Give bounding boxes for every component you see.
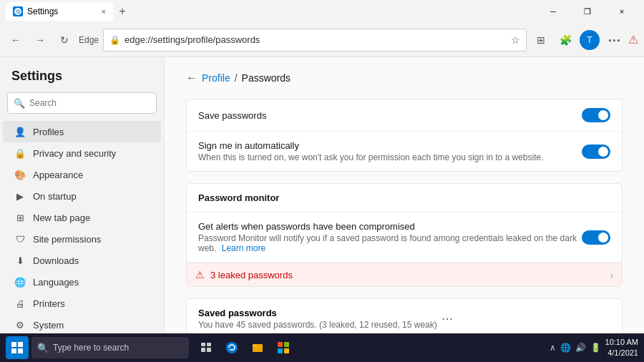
start-button[interactable] bbox=[6, 336, 29, 359]
sidebar-item-new-tab-page[interactable]: ⊞New tab page bbox=[3, 207, 161, 228]
sidebar-item-label: Site permissions bbox=[33, 234, 101, 245]
svg-rect-13 bbox=[278, 342, 283, 347]
content-area: ← Profile / Passwords Save passwords Sig… bbox=[165, 57, 644, 362]
new-tab-button[interactable]: + bbox=[113, 2, 132, 21]
sidebar-item-appearance[interactable]: 🎨Appearance bbox=[3, 164, 161, 185]
warning-icon: ⚠ bbox=[195, 269, 205, 280]
signin-auto-desc: When this is turned on, we won't ask you… bbox=[198, 152, 582, 162]
sidebar-item-privacy-and-security[interactable]: 🔒Privacy and security bbox=[3, 142, 161, 164]
system-clock[interactable]: 10:10 AM 4/1/2021 bbox=[605, 337, 638, 359]
main-layout: Settings 🔍 👤Profiles🔒Privacy and securit… bbox=[0, 57, 644, 362]
svg-point-10 bbox=[226, 342, 238, 353]
breadcrumb: ← Profile / Passwords bbox=[186, 72, 623, 84]
address-text: edge://settings/profile/passwords bbox=[125, 34, 507, 45]
svg-rect-15 bbox=[278, 348, 283, 353]
sidebar-item-label: Profiles bbox=[33, 127, 64, 137]
sidebar-item-label: Appearance bbox=[33, 170, 83, 180]
svg-rect-14 bbox=[284, 342, 289, 347]
breadcrumb-current: Passwords bbox=[242, 72, 291, 84]
breadcrumb-link[interactable]: Profile bbox=[202, 72, 230, 84]
collections-button[interactable]: ⊞ bbox=[531, 30, 551, 50]
tray-network-icon[interactable]: 🌐 bbox=[560, 343, 571, 353]
refresh-button[interactable]: ↻ bbox=[54, 30, 74, 50]
save-passwords-section: Save passwords Sign me in automatically … bbox=[186, 99, 623, 172]
sidebar: Settings 🔍 👤Profiles🔒Privacy and securit… bbox=[0, 57, 165, 362]
taskbar-search-icon: 🔍 bbox=[37, 343, 49, 353]
monitor-alert-label: Get alerts when passwords have been comp… bbox=[198, 221, 582, 232]
tray-sound-icon[interactable]: 🔊 bbox=[575, 343, 586, 353]
learn-more-link[interactable]: Learn more bbox=[222, 243, 265, 253]
breadcrumb-separator: / bbox=[235, 72, 238, 84]
sidebar-item-languages[interactable]: 🌐Languages bbox=[3, 271, 161, 293]
svg-rect-4 bbox=[11, 348, 16, 353]
saved-passwords-title-group: Saved passwords You have 45 saved passwo… bbox=[198, 308, 437, 330]
tab-title: Settings bbox=[27, 6, 58, 16]
tray-battery-icon[interactable]: 🔋 bbox=[590, 343, 601, 353]
close-button[interactable]: × bbox=[605, 0, 638, 23]
taskbar-search-box[interactable]: 🔍 Type here to search bbox=[31, 337, 189, 358]
address-bar[interactable]: 🔒 edge://settings/profile/passwords ☆ bbox=[103, 29, 527, 52]
tray-up-icon[interactable]: ∧ bbox=[550, 343, 556, 353]
search-input[interactable] bbox=[29, 98, 150, 108]
sidebar-search-box[interactable]: 🔍 bbox=[7, 92, 157, 114]
svg-text:⚙: ⚙ bbox=[16, 9, 21, 15]
minimize-button[interactable]: ─ bbox=[537, 0, 570, 23]
sidebar-item-label: New tab page bbox=[33, 212, 90, 223]
svg-rect-16 bbox=[284, 348, 289, 353]
edge-taskbar-button[interactable] bbox=[220, 336, 243, 359]
svg-rect-9 bbox=[207, 348, 211, 352]
fav-icon[interactable]: ☆ bbox=[511, 34, 520, 46]
address-icons: ☆ bbox=[511, 34, 520, 46]
svg-rect-12 bbox=[253, 345, 257, 346]
sidebar-item-label: Privacy and security bbox=[33, 148, 116, 159]
extensions-button[interactable]: 🧩 bbox=[555, 30, 575, 50]
sidebar-icon: ⬇ bbox=[14, 255, 26, 266]
tab-settings[interactable]: ⚙ Settings × bbox=[6, 2, 113, 21]
sidebar-item-profiles[interactable]: 👤Profiles bbox=[3, 121, 161, 142]
profile-initial: T bbox=[587, 35, 592, 45]
settings-more-button[interactable]: ⋯ bbox=[604, 30, 624, 50]
tab-bar: ⚙ Settings × + bbox=[6, 0, 132, 23]
saved-passwords-more-button[interactable]: ⋯ bbox=[437, 310, 457, 327]
sidebar-item-label: Downloads bbox=[33, 255, 79, 266]
saved-passwords-subtitle: You have 45 saved passwords. (3 leaked, … bbox=[198, 320, 437, 330]
monitor-toggle[interactable] bbox=[582, 230, 610, 245]
explorer-taskbar-button[interactable] bbox=[246, 336, 269, 359]
alert-chevron-icon: › bbox=[610, 270, 613, 280]
system-tray: ∧ 🌐 🔊 🔋 10:10 AM 4/1/2021 bbox=[550, 337, 638, 359]
sidebar-item-label: System bbox=[33, 320, 64, 331]
save-passwords-toggle[interactable] bbox=[582, 108, 610, 122]
sidebar-icon: 🌐 bbox=[14, 276, 26, 288]
svg-rect-6 bbox=[201, 343, 205, 346]
forward-button[interactable]: → bbox=[30, 30, 50, 50]
notification-badge: ⚠ bbox=[628, 33, 638, 47]
clock-time: 10:10 AM bbox=[605, 337, 638, 348]
password-monitor-header: Password monitor bbox=[187, 184, 622, 212]
sidebar-item-on-startup[interactable]: ▶On startup bbox=[3, 185, 161, 207]
back-button[interactable]: ← bbox=[6, 30, 26, 50]
profile-button[interactable]: T bbox=[580, 30, 600, 50]
sidebar-item-label: Languages bbox=[33, 277, 79, 288]
leaked-passwords-row[interactable]: ⚠ 3 leaked passwords › bbox=[187, 263, 622, 286]
store-taskbar-button[interactable] bbox=[272, 336, 295, 359]
sidebar-item-label: Printers bbox=[33, 298, 65, 309]
breadcrumb-back-button[interactable]: ← bbox=[186, 72, 197, 84]
sidebar-item-printers[interactable]: 🖨Printers bbox=[3, 293, 161, 314]
tab-close-button[interactable]: × bbox=[102, 7, 106, 16]
sidebar-icon: 👤 bbox=[14, 126, 26, 137]
window-controls: ─ ❐ × bbox=[537, 0, 638, 23]
sidebar-icon: ▶ bbox=[14, 190, 26, 202]
sidebar-item-system[interactable]: ⚙System bbox=[3, 314, 161, 336]
signin-auto-toggle[interactable] bbox=[582, 145, 610, 159]
saved-passwords-title: Saved passwords bbox=[198, 308, 437, 318]
sidebar-items: 👤Profiles🔒Privacy and security🎨Appearanc… bbox=[0, 121, 164, 362]
maximize-button[interactable]: ❐ bbox=[571, 0, 604, 23]
sidebar-item-downloads[interactable]: ⬇Downloads bbox=[3, 250, 161, 271]
sidebar-icon: 🎨 bbox=[14, 169, 26, 180]
save-passwords-info: Save passwords bbox=[198, 110, 582, 121]
task-view-button[interactable] bbox=[195, 336, 218, 359]
sidebar-icon: 🛡 bbox=[14, 233, 26, 245]
taskbar: 🔍 Type here to search ∧ 🌐 🔊 🔋 10:10 AM 4… bbox=[0, 333, 644, 362]
svg-rect-5 bbox=[18, 348, 23, 353]
sidebar-item-site-permissions[interactable]: 🛡Site permissions bbox=[3, 228, 161, 250]
